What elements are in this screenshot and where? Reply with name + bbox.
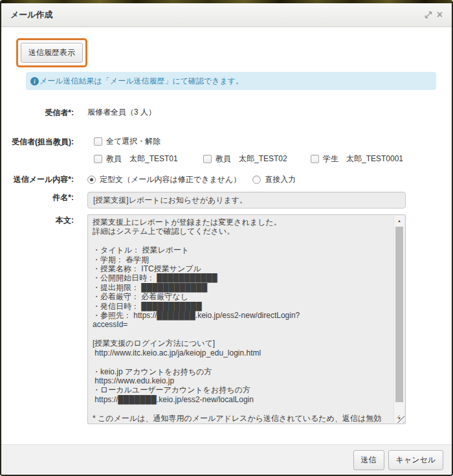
content-type-label: 送信メール内容*: [1,174,74,185]
template-radio[interactable] [87,176,96,184]
content-type-options: 定型文（メール内容は修正できません） 直接入力 [87,174,296,185]
select-all-line: 全て選択・解除 [94,136,403,147]
dialog-content: 送信履歴表示 メール送信結果は「メール送信履歴」にて確認できます。 受信者*: … [1,27,452,424]
body-scrollbar[interactable]: ▲ ▼ [393,216,404,423]
subject-input[interactable] [87,192,406,209]
body-text: 授業支援上にレポートが登録または変更されました。 詳細はシステム上で確認してくだ… [88,215,405,424]
titlebar-icons: × [423,10,443,20]
cancel-button[interactable]: キャンセル [388,450,443,470]
body-row: 本文: 授業支援上にレポートが登録または変更されました。 詳細はシステム上で確認… [1,214,452,424]
student-option: 学生 太郎_TEST0001 [311,153,403,164]
student-label: 学生 太郎_TEST0001 [323,153,403,164]
direct-input-radio-label: 直接入力 [265,174,296,185]
direct-input-option: 直接入力 [252,174,296,185]
template-option: 定型文（メール内容は修正できません） [87,174,241,185]
teacher2-checkbox[interactable] [203,155,212,163]
mail-form: 受信者*: 履修者全員（3 人） 受信者(担当教員): 全て選択・解除 教員 太… [1,107,452,424]
cc-teachers-row: 受信者(担当教員): 全て選択・解除 教員 太郎_TEST01 教員 太 [1,136,452,164]
recipient-label: 受信者*: [1,107,74,119]
subject-label: 件名*: [1,192,74,203]
select-all-label: 全て選択・解除 [106,136,160,147]
select-all-checkbox[interactable] [94,137,102,146]
teacher2-label: 教員 太郎_TEST02 [215,153,287,164]
teacher-checkbox-line: 教員 太郎_TEST01 教員 太郎_TEST02 学生 太郎_TEST0001 [94,153,403,164]
resize-grip-icon[interactable] [397,415,404,423]
subject-row: 件名*: [1,192,452,209]
cc-teachers-label: 受信者(担当教員): [1,136,74,148]
body-textarea[interactable]: 授業支援上にレポートが登録または変更されました。 詳細はシステム上で確認してくだ… [87,214,406,424]
teacher1-option: 教員 太郎_TEST01 [94,153,203,164]
dialog-footer: 送信 キャンセル [1,444,452,475]
content-type-row: 送信メール内容*: 定型文（メール内容は修正できません） 直接入力 [1,174,452,185]
close-icon[interactable]: × [437,10,443,20]
history-button-highlight: 送信履歴表示 [16,38,87,67]
send-button[interactable]: 送信 [353,450,384,470]
teacher2-option: 教員 太郎_TEST02 [203,153,311,164]
dialog-title: メール作成 [10,9,423,21]
info-banner-text: メール送信結果は「メール送信履歴」にて確認できます。 [39,76,243,87]
student-checkbox[interactable] [311,155,319,163]
send-history-button[interactable]: 送信履歴表示 [21,43,83,63]
mail-compose-dialog: メール作成 × 送信履歴表示 メール送信結果は「メール送信履歴」にて確認できます… [0,0,453,476]
info-icon [30,77,39,85]
resize-icon[interactable] [423,10,434,20]
recipient-value: 履修者全員（3 人） [87,107,156,118]
dialog-titlebar: メール作成 × [1,3,452,27]
cc-teachers-options: 全て選択・解除 教員 太郎_TEST01 教員 太郎_TEST02 [87,136,403,164]
scroll-up-icon[interactable]: ▲ [394,216,404,225]
teacher1-checkbox[interactable] [94,155,102,163]
info-banner: メール送信結果は「メール送信履歴」にて確認できます。 [26,72,436,90]
scrollbar-thumb[interactable] [395,227,403,402]
body-label: 本文: [1,214,74,226]
teacher1-label: 教員 太郎_TEST01 [106,153,178,164]
recipient-row: 受信者*: 履修者全員（3 人） [1,107,452,119]
direct-input-radio[interactable] [252,176,261,184]
template-radio-label: 定型文（メール内容は修正できません） [100,174,241,185]
